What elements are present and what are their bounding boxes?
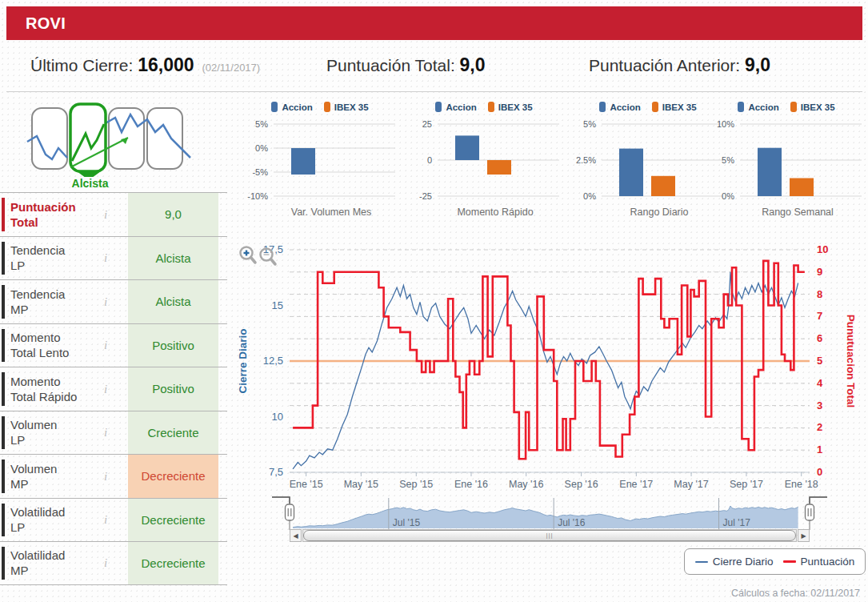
indicator-label-line2: MP: [10, 563, 65, 578]
mini-chart-rango-diario: AccionIBEX 355%2.5%0%Rango Diario: [568, 101, 728, 231]
scroll-left-button[interactable]: ◀: [290, 529, 302, 542]
legend-item-ibex[interactable]: IBEX 35: [790, 102, 835, 112]
right-axis-tick: 10: [817, 243, 828, 255]
indicator-label: MomentoTotal Lento: [10, 330, 69, 360]
indicator-label-line2: MP: [10, 302, 65, 317]
mini-chart-plot: 5%2.5%0%: [568, 116, 728, 203]
calc-date-footer: Cálculos a fecha: 02/11/2017: [731, 588, 860, 599]
legend-item-accion[interactable]: Accion: [435, 102, 476, 112]
right-axis-tick: 6: [817, 332, 822, 344]
mini-chart-momento-rapido: AccionIBEX 35250-25Momento Rápido: [404, 101, 564, 231]
indicator-label-line2: LP: [10, 520, 65, 535]
scrollbar-track[interactable]: |||: [302, 529, 797, 542]
row-accent-bar: [2, 242, 5, 275]
y-axis-tick: 5%: [722, 155, 734, 165]
left-axis-title: Cierre Diario: [237, 328, 249, 393]
indicator-value: Decreciente: [128, 542, 218, 584]
indicator-label-line1: Volatilidad: [10, 504, 65, 520]
puntuacion-line-swatch-icon: [783, 560, 796, 564]
mini-chart-legend: AccionIBEX 35: [568, 101, 728, 113]
indicator-row-momento-total-rápido: MomentoTotal RápidoiPositivo: [0, 367, 227, 411]
legend-item-ibex[interactable]: IBEX 35: [488, 102, 533, 112]
indicator-row-tendencia-mp: TendenciaMPiAlcista: [0, 279, 227, 323]
legend-puntuacion[interactable]: Puntuación: [783, 556, 855, 568]
accion-legend-label: Accion: [748, 102, 778, 112]
legend-item-accion[interactable]: Accion: [599, 102, 640, 112]
ibex-legend-label: IBEX 35: [334, 102, 369, 112]
x-axis-tick: Sep '15: [399, 479, 433, 490]
indicator-label: VolatilidadLP: [10, 504, 65, 535]
puntuacion-anterior-label: Puntuación Anterior:: [589, 56, 740, 74]
indicator-value: Creciente: [128, 411, 218, 455]
right-axis-tick: 4: [817, 377, 823, 389]
right-axis-tick: 1: [817, 443, 822, 456]
mini-chart-plot: 10%5%0%: [706, 116, 866, 203]
y-axis-tick: 5%: [583, 119, 596, 129]
info-icon[interactable]: i: [104, 382, 107, 395]
y-axis-tick: -10%: [247, 191, 268, 201]
navigator-handle-right[interactable]: [806, 497, 814, 530]
indicator-label-line2: MP: [10, 476, 57, 492]
info-icon[interactable]: i: [104, 251, 107, 265]
chart-scrollbar: ◀ ||| ▶: [290, 529, 810, 542]
puntuacion-total-label: Puntuación Total:: [326, 56, 455, 74]
indicator-value: 9,0: [128, 193, 218, 236]
bar-ibex: [790, 179, 814, 197]
indicator-label: TendenciaLP: [10, 243, 65, 273]
ultimo-cierre-value: 16,000: [138, 54, 194, 75]
legend-item-ibex[interactable]: IBEX 35: [652, 102, 697, 112]
legend-item-accion[interactable]: Accion: [738, 102, 778, 112]
accion-marker-icon: [271, 102, 278, 112]
legend-cierre-label: Cierre Diario: [713, 556, 774, 568]
navigator-handle-left[interactable]: [286, 497, 294, 530]
plot-area[interactable]: [290, 250, 810, 472]
zoom-in-icon[interactable]: [241, 247, 256, 263]
info-icon[interactable]: i: [104, 426, 107, 439]
indicator-label-line1: Tendencia: [10, 243, 65, 258]
y-axis-tick: 0: [427, 155, 432, 165]
scrollbar-thumb[interactable]: |||: [303, 530, 796, 541]
info-icon[interactable]: i: [104, 469, 107, 483]
indicator-row-volumen-mp: VolumenMPiDecreciente: [0, 454, 227, 498]
indicator-label-line1: Volatilidad: [10, 548, 65, 563]
y-axis-tick: 0%: [255, 143, 268, 153]
page-title: ROVI: [6, 14, 66, 33]
chart-legend: Cierre Diario Puntuación: [684, 548, 866, 575]
row-accent-bar: [2, 547, 5, 580]
title-bar: ROVI: [6, 6, 862, 40]
indicator-value: Positivo: [128, 324, 218, 367]
info-icon[interactable]: i: [104, 339, 107, 352]
row-accent-bar: [2, 416, 5, 450]
accion-marker-icon: [738, 102, 744, 112]
info-icon[interactable]: i: [104, 513, 107, 527]
y-axis-tick: 5%: [255, 119, 268, 129]
x-axis-tick: Ene '17: [619, 479, 653, 490]
mini-chart-title: Rango Semanal: [706, 207, 866, 218]
indicator-label: VolatilidadMP: [10, 548, 65, 578]
scrollbar-grip-icon: |||: [546, 532, 553, 539]
bar-ibex: [487, 160, 511, 175]
trend-phase-icon: [26, 100, 194, 177]
main-price-chart: Ene '15May '15Sep '15Ene '16May '16Sep '…: [236, 239, 868, 496]
puntuacion-anterior: Puntuación Anterior: 9,0: [589, 54, 770, 76]
indicator-value: Alcista: [128, 237, 218, 280]
indicator-label: MomentoTotal Rápido: [10, 374, 77, 404]
bar-accion: [619, 149, 643, 196]
legend-cierre-diario[interactable]: Cierre Diario: [695, 556, 774, 568]
indicator-label: TendenciaMP: [10, 287, 65, 317]
info-icon[interactable]: i: [104, 207, 107, 221]
info-icon[interactable]: i: [104, 295, 107, 308]
zoom-out-icon[interactable]: [261, 249, 276, 265]
scroll-right-button[interactable]: ▶: [798, 529, 810, 542]
legend-item-accion[interactable]: Accion: [271, 102, 312, 112]
accion-legend-label: Accion: [610, 102, 640, 112]
info-icon[interactable]: i: [104, 556, 107, 570]
legend-item-ibex[interactable]: IBEX 35: [324, 102, 369, 112]
indicator-value: Positivo: [128, 367, 218, 411]
ibex-legend-label: IBEX 35: [662, 102, 697, 112]
indicator-panel: Alcista PuntuaciónTotali9,0TendenciaLPiA…: [0, 92, 228, 602]
mini-chart-plot: 250-25: [404, 116, 564, 203]
indicator-label-line1: Tendencia: [10, 287, 65, 302]
bar-ibex: [651, 176, 675, 196]
y-axis-tick: -25: [419, 191, 432, 201]
